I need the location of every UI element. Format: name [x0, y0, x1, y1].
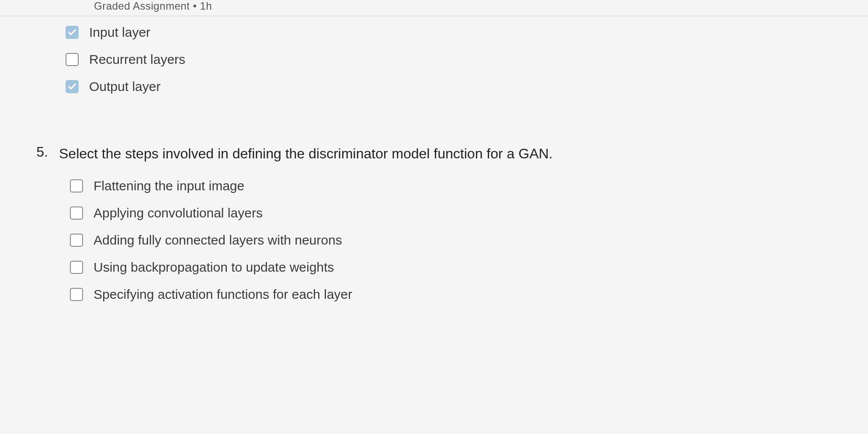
option-row: Input layer	[0, 19, 868, 46]
question-number: 5.	[31, 144, 59, 160]
checkbox-recurrent-layers[interactable]	[66, 53, 79, 66]
option-row: Recurrent layers	[0, 46, 868, 73]
check-icon	[67, 28, 77, 37]
option-row: Specifying activation functions for each…	[0, 281, 868, 308]
option-row: Adding fully connected layers with neuro…	[0, 227, 868, 254]
option-row: Using backpropagation to update weights	[0, 254, 868, 281]
check-icon	[67, 82, 77, 91]
option-label: Flattening the input image	[94, 178, 244, 193]
question-prompt-row: 5. Select the steps involved in defining…	[0, 140, 868, 172]
question-5: 5. Select the steps involved in defining…	[0, 135, 868, 308]
spacer	[0, 100, 868, 135]
breadcrumb: Graded Assignment • 1h	[0, 0, 868, 12]
option-label: Using backpropagation to update weights	[94, 260, 334, 275]
option-row: Flattening the input image	[0, 172, 868, 200]
option-label: Input layer	[89, 25, 150, 40]
option-label: Specifying activation functions for each…	[94, 287, 352, 302]
option-label: Output layer	[89, 79, 160, 94]
checkbox-activation-functions[interactable]	[70, 288, 83, 301]
question-text: Select the steps involved in defining th…	[59, 144, 552, 164]
checkbox-fully-connected[interactable]	[70, 234, 83, 247]
question-4-options: Input layer Recurrent layers Output laye…	[0, 16, 868, 100]
checkbox-backpropagation[interactable]	[70, 261, 83, 274]
checkbox-input-layer[interactable]	[66, 26, 79, 39]
option-label: Adding fully connected layers with neuro…	[94, 233, 342, 248]
option-row: Applying convolutional layers	[0, 200, 868, 227]
option-label: Applying convolutional layers	[94, 206, 263, 220]
checkbox-convolutional[interactable]	[70, 206, 83, 220]
checkbox-flattening[interactable]	[70, 179, 83, 192]
option-row: Output layer	[0, 73, 868, 100]
checkbox-output-layer[interactable]	[66, 80, 79, 93]
option-label: Recurrent layers	[89, 52, 185, 67]
